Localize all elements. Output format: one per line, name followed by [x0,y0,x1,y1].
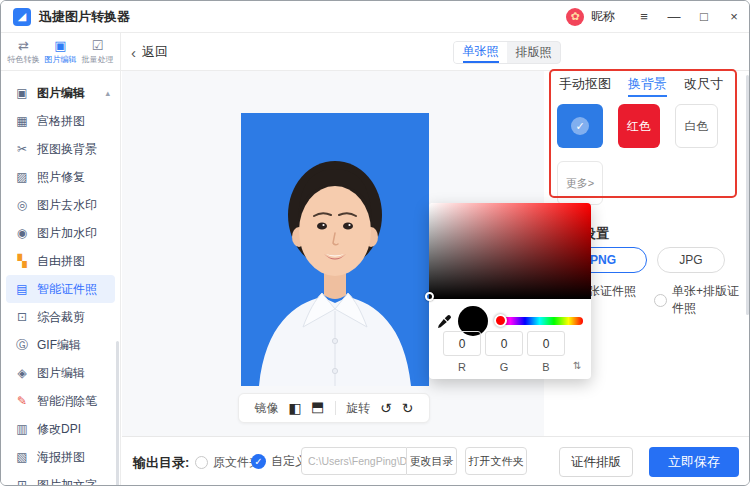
flip-vertical-icon[interactable]: ◧ [310,401,326,414]
chevron-left-icon: ‹ [131,44,136,61]
edit-mode-tabs: 手动抠图 换背景 改尺寸 [559,75,723,93]
text-icon: ⊞ [15,478,29,486]
sidebar-item-smart-eraser[interactable]: ✎ 智能消除笔 [1,387,120,415]
sidebar-scrollbar[interactable] [116,341,119,486]
tab-manual-cutout[interactable]: 手动抠图 [559,75,611,93]
hue-slider[interactable] [496,317,583,325]
nav-special-convert[interactable]: ⇄ 特色转换 [6,39,42,65]
repair-icon: ▨ [15,170,29,184]
mirror-label: 镜像 [255,400,279,417]
output-dir-label: 输出目录: [133,454,189,472]
puzzle-icon: ▚ [15,254,29,268]
minimize-button[interactable]: — [659,1,689,33]
mode-switch-icon[interactable]: ⇅ [573,360,581,371]
tab-single-photo[interactable]: 单张照 [454,42,507,63]
check-icon: ✓ [571,117,589,135]
back-label: 返回 [142,43,168,61]
check-circle-icon: ✓ [251,454,266,469]
convert-icon: ⇄ [18,39,29,53]
sidebar-item-add-text[interactable]: ⊞ 图片加文字 [1,471,120,486]
sidebar-item-crop[interactable]: ⊡ 综合裁剪 [1,303,120,331]
nav-batch-process[interactable]: ☑ 批量处理 [80,39,116,65]
chevron-up-icon[interactable]: ▴ [105,88,110,98]
sidebar-item-gif-edit[interactable]: Ⓖ GIF编辑 [1,331,120,359]
scissors-icon: ✂ [15,142,29,156]
sidebar-item-image-edit[interactable]: ◈ 图片编辑 [1,359,120,387]
app-logo-icon: ◢ [13,8,31,26]
menu-icon[interactable]: ≡ [629,1,659,33]
maximize-button[interactable]: □ [689,1,719,33]
title-bar: ◢ 迅捷图片转换器 ✿ 昵称 ≡ — □ × [1,1,750,33]
tab-layout-photo[interactable]: 排版照 [507,42,560,63]
picture-icon: ▣ [15,86,29,100]
id-card-icon: ▤ [15,282,29,296]
red-label: R [443,361,481,373]
green-label: G [485,361,523,373]
nav-image-edit[interactable]: ▣ 图片编辑 [43,39,79,65]
top-nav: ⇄ 特色转换 ▣ 图片编辑 ☑ 批量处理 [1,33,121,71]
option-single-plus-layout[interactable]: 单张+排版证件照 [654,283,749,317]
option-custom-folder[interactable]: ✓ 自定义 [251,453,307,470]
view-mode-tabs: 单张照 排版照 [453,41,561,64]
eyedropper-icon[interactable] [437,314,452,329]
swatch-white[interactable]: 白色 [675,104,718,148]
flip-horizontal-icon[interactable]: ◧ [289,400,302,416]
username[interactable]: 昵称 [591,8,615,25]
sidebar-item-poster-collage[interactable]: ▧ 海报拼图 [1,443,120,471]
saturation-gradient[interactable] [429,203,591,299]
gif-icon: Ⓖ [15,337,29,354]
swatch-red[interactable]: 红色 [618,104,660,148]
sidebar-item-remove-watermark[interactable]: ◎ 图片去水印 [1,191,120,219]
sparkle-icon: ◈ [15,366,29,380]
rotate-right-icon[interactable]: ↻ [402,400,414,416]
open-folder-button[interactable]: 打开文件夹 [465,447,527,475]
radio-icon [195,456,208,469]
rotate-label: 旋转 [346,400,370,417]
panel-scrollbar[interactable] [746,75,749,315]
sidebar-item-modify-dpi[interactable]: ▥ 修改DPI [1,415,120,443]
sidebar-item-id-photo[interactable]: ▤ 智能证件照 [6,275,115,303]
sidebar: ▣ 图片编辑 ▴ ▦ 宫格拼图 ✂ 抠图换背景 ▨ 照片修复 ◎ 图片去水印 ◉… [1,71,121,486]
sidebar-item-photo-restore[interactable]: ▨ 照片修复 [1,163,120,191]
tab-resize[interactable]: 改尺寸 [684,75,723,93]
save-now-button[interactable]: 立即保存 [649,447,739,477]
sidebar-item-grid-collage[interactable]: ▦ 宫格拼图 [1,107,120,135]
swatch-blue[interactable]: ✓ [557,104,603,148]
rotate-left-icon[interactable]: ↺ [380,400,392,416]
format-jpg-button[interactable]: JPG [657,247,725,273]
dpi-icon: ▥ [15,422,29,436]
id-layout-button[interactable]: 证件排版 [559,447,633,477]
back-button[interactable]: ‹ 返回 [131,43,168,61]
layout-icon: ▧ [15,450,29,464]
blue-value-input[interactable]: 0 [527,331,565,356]
green-value-input[interactable]: 0 [485,331,523,356]
remove-watermark-icon: ◎ [15,198,29,212]
tab-change-background[interactable]: 换背景 [628,75,667,93]
hue-slider-handle[interactable] [494,314,507,327]
pen-icon: ✎ [15,394,29,408]
gradient-selector[interactable] [425,292,434,301]
sidebar-header-image-edit[interactable]: ▣ 图片编辑 ▴ [1,79,120,107]
blue-label: B [527,361,565,373]
sidebar-item-free-collage[interactable]: ▚ 自由拼图 [1,247,120,275]
photo-toolbar: 镜像 ◧ ◧ 旋转 ↺ ↻ [238,393,430,423]
toolbar-divider [335,401,336,415]
portrait-photo[interactable] [241,113,429,386]
add-watermark-icon: ◉ [15,226,29,240]
batch-icon: ☑ [92,39,104,53]
grid-icon: ▦ [15,114,29,128]
radio-icon [654,294,667,307]
color-picker-popup: 0 0 0 R G B ⇅ [429,203,591,379]
change-dir-button[interactable]: 更改目录 [407,447,457,475]
crop-icon: ⊡ [15,310,29,324]
more-colors-button[interactable]: 更多> [557,161,603,205]
app-window: ◢ 迅捷图片转换器 ✿ 昵称 ≡ — □ × ⇄ 特色转换 ▣ 图片编辑 ☑ 批… [0,0,750,486]
close-button[interactable]: × [719,1,749,33]
image-edit-icon: ▣ [54,39,66,53]
app-title: 迅捷图片转换器 [39,8,130,26]
output-path-input[interactable]: C:\Users\FengPing\Desk [301,447,407,475]
red-value-input[interactable]: 0 [443,331,481,356]
sidebar-item-cutout-background[interactable]: ✂ 抠图换背景 [1,135,120,163]
sidebar-item-add-watermark[interactable]: ◉ 图片加水印 [1,219,120,247]
user-avatar[interactable]: ✿ [566,8,584,26]
